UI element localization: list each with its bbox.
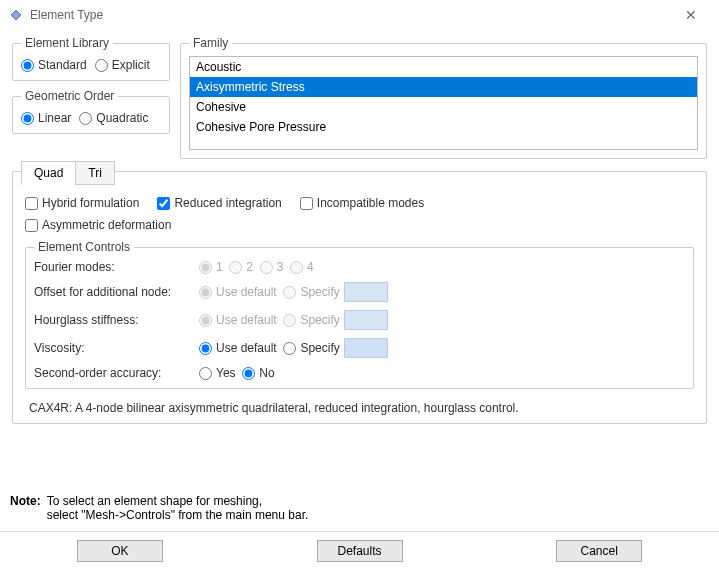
fourier-4: 4 xyxy=(290,260,314,274)
family-group: Family AcousticAxisymmetric StressCohesi… xyxy=(180,36,707,159)
shape-tabs: Quad Tri Hybrid formulation Reduced inte… xyxy=(12,171,707,424)
offset-label: Offset for additional node: xyxy=(34,285,199,299)
viscosity-specify[interactable]: Specify xyxy=(283,341,339,355)
viscosity-label: Viscosity: xyxy=(34,341,199,355)
check-asym[interactable]: Asymmetric deformation xyxy=(25,218,171,232)
element-controls-group: Element Controls Fourier modes: 1 2 3 4 … xyxy=(25,240,694,389)
note-line1: To select an element shape for meshing, xyxy=(47,494,309,508)
tab-quad[interactable]: Quad xyxy=(21,161,76,185)
element-library-group: Element Library Standard Explicit xyxy=(12,36,170,81)
radio-linear[interactable]: Linear xyxy=(21,111,71,125)
check-incompat[interactable]: Incompatible modes xyxy=(300,196,424,210)
ok-button[interactable]: OK xyxy=(77,540,163,562)
note-label: Note: xyxy=(10,494,41,522)
titlebar: Element Type ✕ xyxy=(0,0,719,30)
note-line2: select "Mesh->Controls" from the main me… xyxy=(47,508,309,522)
fourier-1: 1 xyxy=(199,260,223,274)
radio-explicit[interactable]: Explicit xyxy=(95,58,150,72)
second-no[interactable]: No xyxy=(242,366,274,380)
offset-default: Use default xyxy=(199,285,277,299)
hourglass-value xyxy=(344,310,388,330)
note: Note: To select an element shape for mes… xyxy=(10,494,308,522)
fourier-3: 3 xyxy=(260,260,284,274)
element-library-legend: Element Library xyxy=(21,36,113,50)
second-yes[interactable]: Yes xyxy=(199,366,236,380)
family-item[interactable]: Acoustic xyxy=(190,57,697,77)
radio-standard[interactable]: Standard xyxy=(21,58,87,72)
app-icon xyxy=(8,7,24,23)
check-reduced[interactable]: Reduced integration xyxy=(157,196,281,210)
check-hybrid[interactable]: Hybrid formulation xyxy=(25,196,139,210)
geometric-order-group: Geometric Order Linear Quadratic xyxy=(12,89,170,134)
family-item[interactable]: Axisymmetric Stress xyxy=(190,77,697,97)
tab-tri[interactable]: Tri xyxy=(75,161,115,185)
fourier-label: Fourier modes: xyxy=(34,260,199,274)
radio-quadratic[interactable]: Quadratic xyxy=(79,111,148,125)
offset-value xyxy=(344,282,388,302)
hourglass-label: Hourglass stiffness: xyxy=(34,313,199,327)
defaults-button[interactable]: Defaults xyxy=(317,540,403,562)
fourier-2: 2 xyxy=(229,260,253,274)
viscosity-value[interactable] xyxy=(344,338,388,358)
close-icon[interactable]: ✕ xyxy=(671,7,711,23)
geometric-order-legend: Geometric Order xyxy=(21,89,118,103)
family-item[interactable]: Cohesive Pore Pressure xyxy=(190,117,697,137)
family-legend: Family xyxy=(189,36,232,50)
cancel-button[interactable]: Cancel xyxy=(556,540,642,562)
element-controls-legend: Element Controls xyxy=(34,240,134,254)
second-label: Second-order accuracy: xyxy=(34,366,199,380)
viscosity-default[interactable]: Use default xyxy=(199,341,277,355)
hourglass-specify: Specify xyxy=(283,313,339,327)
element-description: CAX4R: A 4-node bilinear axisymmetric qu… xyxy=(29,401,690,415)
window-title: Element Type xyxy=(30,8,671,22)
family-item[interactable]: Cohesive xyxy=(190,97,697,117)
offset-specify: Specify xyxy=(283,285,339,299)
family-listbox[interactable]: AcousticAxisymmetric StressCohesiveCohes… xyxy=(189,56,698,150)
element-controls-scroll[interactable]: Fourier modes: 1 2 3 4 Offset for additi… xyxy=(34,260,685,380)
button-bar: OK Defaults Cancel xyxy=(0,531,719,570)
hourglass-default: Use default xyxy=(199,313,277,327)
